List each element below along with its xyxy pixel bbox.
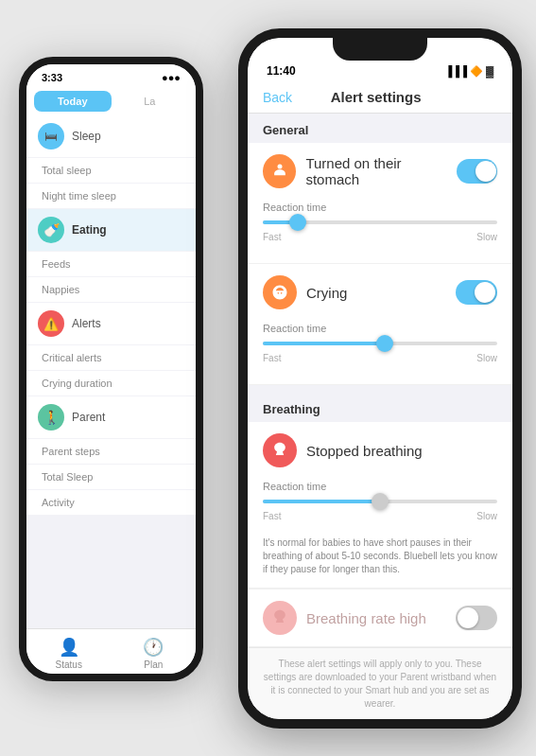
breathing-rate-toggle[interactable]	[456, 606, 497, 630]
total-sleep2-label: Total Sleep	[42, 471, 93, 483]
right-time: 11:40	[267, 64, 296, 78]
battery-icon: ▓	[486, 65, 493, 77]
left-time: 3:33	[42, 72, 62, 83]
sidebar-item-critical-alerts[interactable]: Critical alerts	[26, 345, 196, 370]
tab-plan[interactable]: 🕐 Plan	[112, 629, 197, 674]
left-status-bar: 3:33 ●●●	[26, 64, 196, 87]
alert-stopped-breathing-row: Stopped breathing	[263, 433, 497, 467]
sidebar-item-total-sleep2[interactable]: Total Sleep	[26, 465, 196, 489]
alert-breathing-rate-left: Breathing rate high	[263, 601, 426, 635]
eating-icon: 🍼	[38, 217, 64, 243]
alerts-label: Alerts	[72, 317, 101, 330]
stomach-fast-label: Fast	[263, 232, 281, 242]
crying-slider-thumb[interactable]	[376, 335, 393, 352]
crying-duration-label: Crying duration	[42, 378, 112, 389]
alert-crying: Crying Reaction time	[248, 264, 512, 385]
plan-icon: 🕐	[143, 637, 164, 658]
tab-status[interactable]: 👤 Status	[26, 629, 112, 674]
breathing-reaction-label: Reaction time	[263, 481, 497, 492]
back-button[interactable]: Back	[263, 90, 292, 105]
crying-icon	[263, 275, 297, 309]
left-bottom-bar: 👤 Status 🕐 Plan	[26, 628, 196, 674]
parent-steps-label: Parent steps	[42, 446, 100, 457]
activity-label: Activity	[42, 497, 75, 508]
stopped-breathing-label: Stopped breathing	[306, 443, 423, 459]
crying-toggle[interactable]	[456, 280, 497, 305]
stomach-slider-container[interactable]	[263, 220, 497, 224]
nappies-label: Nappies	[42, 284, 79, 295]
sidebar-item-nappies[interactable]: Nappies	[26, 277, 196, 302]
sidebar-item-feeds[interactable]: Feeds	[26, 252, 196, 276]
sidebar-item-night-sleep[interactable]: Night time sleep	[26, 184, 196, 208]
section-breathing-header: Breathing	[248, 393, 512, 422]
breathing-reaction-section: Reaction time Fast Slow	[263, 475, 497, 531]
crying-slider-track	[263, 342, 497, 345]
status-label: Status	[56, 659, 82, 670]
tab-la[interactable]: La	[112, 91, 189, 112]
wifi-icon: 🔶	[470, 65, 483, 78]
left-phone: 3:33 ●●● Today La 🛏 Sleep Total sleep	[19, 57, 203, 681]
alerts-icon: ⚠️	[38, 310, 64, 337]
alert-stomach: Turned on their stomach Reaction time	[248, 143, 512, 264]
signal-icon: ▐▐▐	[445, 65, 467, 77]
page-title: Alert settings	[331, 89, 422, 105]
right-nav-bar: Back Alert settings	[248, 83, 512, 114]
status-icon: 👤	[59, 637, 79, 658]
sleep-label: Sleep	[72, 130, 101, 143]
right-content: General Turned on their stomach	[248, 114, 512, 719]
night-sleep-label: Night time sleep	[42, 190, 116, 202]
breathing-slider-fill	[263, 500, 380, 503]
tab-today[interactable]: Today	[34, 91, 112, 112]
breathing-info-text: It's normal for babies to have short pau…	[263, 531, 497, 576]
crying-slow-label: Slow	[476, 353, 497, 363]
breathing-rate-icon	[263, 601, 297, 635]
breathing-slider-thumb[interactable]	[372, 493, 389, 510]
alert-stopped-breathing: Stopped breathing Reaction time Fast	[248, 422, 512, 589]
stomach-slider-labels: Fast Slow	[263, 232, 497, 242]
disclaimer: These alert settings will apply only to …	[248, 647, 512, 719]
stomach-toggle[interactable]	[457, 159, 497, 184]
notch	[333, 38, 427, 61]
stomach-reaction-section: Reaction time Fast Slow	[263, 196, 497, 252]
left-tab-bar: Today La	[26, 87, 196, 115]
alert-stopped-breathing-left: Stopped breathing	[263, 433, 423, 467]
sidebar-item-activity[interactable]: Activity	[26, 490, 196, 515]
sidebar-item-parent[interactable]: 🚶 Parent	[26, 396, 196, 438]
crying-reaction-section: Reaction time Fast Slow	[263, 317, 497, 373]
crying-slider-fill	[263, 342, 385, 345]
sidebar-item-eating[interactable]: 🍼 Eating	[26, 209, 196, 251]
crying-slider-container[interactable]	[263, 342, 497, 345]
sidebar-item-crying-duration[interactable]: Crying duration	[26, 371, 196, 396]
scene: 3:33 ●●● Today La 🛏 Sleep Total sleep	[0, 0, 536, 756]
stomach-label: Turned on their stomach	[305, 155, 456, 187]
parent-label: Parent	[72, 411, 105, 424]
sleep-icon: 🛏	[38, 123, 64, 149]
left-status-icons: ●●●	[162, 72, 181, 83]
stomach-reaction-label: Reaction time	[263, 202, 497, 213]
sidebar-item-sleep[interactable]: 🛏 Sleep	[26, 115, 196, 157]
alert-stomach-left: Turned on their stomach	[263, 154, 457, 188]
feeds-label: Feeds	[42, 258, 71, 270]
total-sleep-label: Total sleep	[42, 165, 92, 176]
stomach-slider-thumb[interactable]	[289, 214, 306, 231]
breathing-rate-label: Breathing rate high	[306, 610, 426, 626]
breathing-fast-label: Fast	[263, 511, 281, 521]
alert-crying-row: Crying	[263, 275, 497, 309]
section-divider	[248, 385, 512, 393]
crying-fast-label: Fast	[263, 353, 281, 363]
left-menu: 🛏 Sleep Total sleep Night time sleep 🍼 E…	[26, 115, 196, 628]
right-phone: 11:40 ▐▐▐ 🔶 ▓ Back Alert settings Genera…	[238, 28, 522, 729]
sidebar-item-total-sleep[interactable]: Total sleep	[26, 158, 196, 183]
sidebar-item-parent-steps[interactable]: Parent steps	[26, 439, 196, 464]
critical-alerts-label: Critical alerts	[42, 352, 102, 363]
stomach-slow-label: Slow	[476, 232, 497, 242]
breathing-slider-container[interactable]	[263, 500, 497, 503]
breathing-rate-toggle-knob	[458, 607, 478, 628]
parent-icon: 🚶	[38, 404, 64, 431]
sidebar-item-alerts[interactable]: ⚠️ Alerts	[26, 303, 196, 344]
stomach-icon	[263, 154, 296, 188]
crying-toggle-knob	[475, 282, 495, 303]
svg-point-0	[277, 165, 282, 169]
breathing-slider-labels: Fast Slow	[263, 511, 497, 521]
crying-label: Crying	[306, 285, 347, 301]
